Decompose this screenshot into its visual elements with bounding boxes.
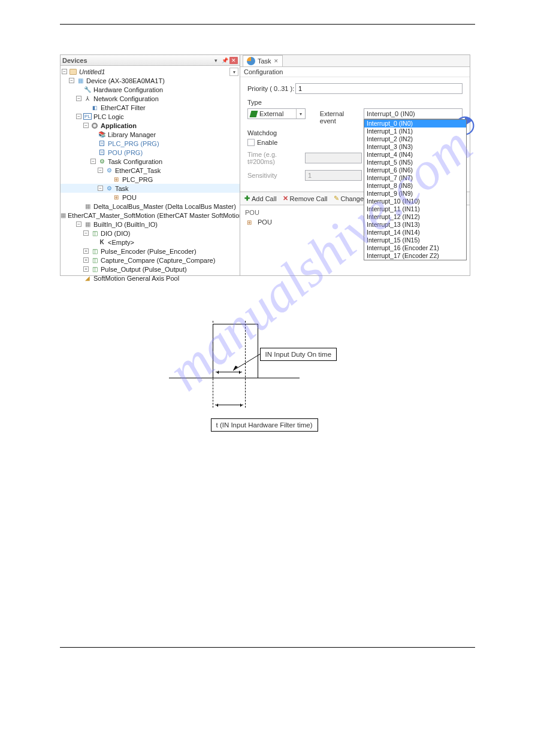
add-call-button[interactable]: ✚Add Call: [243, 194, 279, 203]
tree-plc-prg[interactable]: ≡PLC_PRG (PRG): [61, 139, 240, 148]
tree-pulse-output[interactable]: +◫Pulse_Output (Pulse_Output): [61, 265, 240, 274]
tree-builtin-io[interactable]: −▦BuiltIn_IO (BuiltIn_IO): [61, 220, 240, 229]
interrupt-option[interactable]: Interrupt_16 (Encoder Z1): [364, 244, 466, 252]
toggle-icon[interactable]: −: [98, 186, 103, 191]
interrupt-option[interactable]: Interrupt_9 (IN9): [364, 190, 466, 198]
tree-hw-config[interactable]: 🔧Hardware Configuration: [61, 85, 240, 94]
horizontal-rule-bottom: [60, 647, 475, 648]
tree-ethercat-master[interactable]: ▦EtherCAT_Master_SoftMotion (EtherCAT Ma…: [61, 211, 240, 220]
tree-project[interactable]: −Untitled1: [61, 67, 229, 76]
external-event-dropdown[interactable]: Interrupt_0 (IN0) Interrupt_0 (IN0) Inte…: [364, 108, 463, 119]
toggle-icon[interactable]: −: [83, 230, 89, 236]
type-combo[interactable]: External ▾: [247, 108, 306, 119]
priority-input[interactable]: [295, 83, 463, 94]
time-label: Time (e.g. t#200ms): [247, 151, 305, 165]
tree-device[interactable]: −▦Device (AX-308EA0MA1T): [61, 76, 240, 85]
filter-span-arrow: [215, 405, 243, 405]
panel-close-icon[interactable]: ✕: [229, 57, 238, 64]
filter-icon: ◧: [90, 104, 99, 112]
svg-line-1: [233, 354, 261, 371]
project-icon: [69, 69, 77, 75]
devices-panel: Devices ▾ 📌 ✕ ▾ −Untitled1 −▦Device (AX-…: [61, 55, 240, 275]
interrupt-option[interactable]: Interrupt_2 (IN2): [364, 135, 466, 143]
toggle-icon[interactable]: −: [76, 96, 81, 101]
toggle-icon[interactable]: −: [83, 123, 89, 128]
interrupt-option[interactable]: Interrupt_0 (IN0): [364, 120, 466, 127]
task-config-form: Priority ( 0..31 ): Type External ▾ Exte…: [240, 77, 470, 192]
devices-titlebar: Devices ▾ 📌 ✕: [61, 55, 240, 66]
axis-pool-icon: ◢: [83, 274, 92, 283]
tree-softmotion-pool[interactable]: ◢SoftMotion General Axis Pool: [61, 274, 240, 283]
toggle-icon[interactable]: −: [98, 168, 103, 173]
duty-label-box: IN Input Duty On time: [260, 348, 337, 361]
task-icon: ⚙: [105, 166, 113, 175]
device-icon: ▦: [76, 77, 84, 85]
tab-task[interactable]: Task ✕: [243, 55, 283, 66]
interrupt-option[interactable]: Interrupt_14 (IN14): [364, 229, 466, 236]
toggle-icon[interactable]: +: [83, 257, 89, 263]
enable-checkbox[interactable]: [247, 139, 255, 146]
module-icon: ◫: [90, 265, 99, 274]
type-value: External: [259, 110, 283, 117]
toggle-icon[interactable]: −: [90, 159, 96, 164]
device-tree: ▾ −Untitled1 −▦Device (AX-308EA0MA1T) 🔧H…: [61, 66, 240, 284]
toggle-icon[interactable]: +: [83, 248, 89, 254]
signal-high: [213, 324, 258, 324]
remove-call-button[interactable]: ✕Remove Call: [281, 194, 330, 203]
tree-application[interactable]: −Application: [61, 121, 240, 130]
toggle-icon[interactable]: +: [83, 266, 89, 272]
interrupt-option[interactable]: Interrupt_3 (IN3): [364, 143, 466, 151]
signal-baseline: [169, 378, 300, 378]
tree-dio[interactable]: −◫DIO (DIO): [61, 229, 240, 238]
tree-ethercat-filter[interactable]: ◧EtherCAT Filter: [61, 103, 240, 112]
interrupt-option[interactable]: Interrupt_6 (IN6): [364, 166, 466, 174]
tree-menu-icon[interactable]: ▾: [229, 68, 238, 76]
tree-ethercat-task[interactable]: −⚙EtherCAT_Task: [61, 166, 240, 175]
tree-pou-prg[interactable]: ≡POU (PRG): [61, 148, 240, 157]
tree-delta-master[interactable]: ▦Delta_LocalBus_Master (Delta LocalBus M…: [61, 202, 240, 211]
interrupt-option[interactable]: Interrupt_7 (IN7): [364, 174, 466, 182]
interrupt-option[interactable]: Interrupt_11 (IN11): [364, 205, 466, 213]
master-icon: ▦: [61, 211, 66, 220]
chevron-down-icon[interactable]: ▾: [296, 109, 305, 119]
config-subheader: Configuration: [240, 67, 470, 77]
empty-icon: K: [98, 238, 106, 247]
tree-library-manager[interactable]: 📚Library Manager: [61, 130, 240, 139]
task-config-panel: Task ✕ Configuration Priority ( 0..31 ):…: [240, 55, 470, 275]
module-icon: ◫: [90, 256, 99, 265]
toggle-icon[interactable]: −: [62, 69, 67, 74]
interrupt-option[interactable]: Interrupt_12 (IN12): [364, 213, 466, 221]
interrupt-option[interactable]: Interrupt_10 (IN10): [364, 198, 466, 205]
interrupt-option[interactable]: Interrupt_1 (IN1): [364, 127, 466, 135]
tree-capture-compare[interactable]: +◫Capture_Compare (Capture_Compare): [61, 256, 240, 265]
editor-tab-strip: Task ✕: [240, 55, 470, 67]
ide-window: Devices ▾ 📌 ✕ ▾ −Untitled1 −▦Device (AX-…: [60, 54, 470, 276]
pou-icon: ⊞: [245, 218, 253, 226]
panel-dropdown-icon[interactable]: ▾: [211, 57, 220, 64]
external-event-list: Interrupt_0 (IN0) Interrupt_1 (IN1) Inte…: [364, 119, 467, 260]
filter-label-box: t (IN Input Hardware Filter time): [211, 418, 318, 432]
tree-plc-prg-call[interactable]: ⊞PLC_PRG: [61, 175, 240, 184]
tree-pulse-encoder[interactable]: +◫Pulse_Encoder (Pulse_Encoder): [61, 247, 240, 256]
interrupt-option[interactable]: Interrupt_5 (IN5): [364, 159, 466, 166]
tree-task[interactable]: −⚙Task: [61, 184, 240, 193]
hardware-icon: 🔧: [83, 86, 92, 94]
plc-icon: PL: [83, 113, 92, 121]
interrupt-option[interactable]: Interrupt_13 (IN13): [364, 221, 466, 229]
io-icon: ▦: [83, 220, 92, 229]
tree-pou-call[interactable]: ⊞POU: [61, 193, 240, 202]
external-event-current[interactable]: Interrupt_0 (IN0): [364, 108, 463, 119]
tree-net-config[interactable]: −⅄Network Configuration: [61, 94, 240, 103]
interrupt-option[interactable]: Interrupt_17 (Encoder Z2): [364, 252, 466, 260]
tree-task-config[interactable]: −⚙Task Configuration: [61, 157, 240, 166]
toggle-icon[interactable]: −: [69, 78, 74, 83]
interrupt-option[interactable]: Interrupt_15 (IN15): [364, 236, 466, 244]
toggle-icon[interactable]: −: [76, 221, 81, 227]
interrupt-option[interactable]: Interrupt_8 (IN8): [364, 182, 466, 190]
tree-empty-slot[interactable]: K<Empty>: [61, 238, 240, 247]
panel-pin-icon[interactable]: 📌: [220, 57, 229, 64]
close-icon[interactable]: ✕: [274, 58, 279, 64]
tree-plc-logic[interactable]: −PLPLC Logic: [61, 112, 240, 121]
toggle-icon[interactable]: −: [76, 114, 81, 119]
interrupt-option[interactable]: Interrupt_4 (IN4): [364, 151, 466, 159]
